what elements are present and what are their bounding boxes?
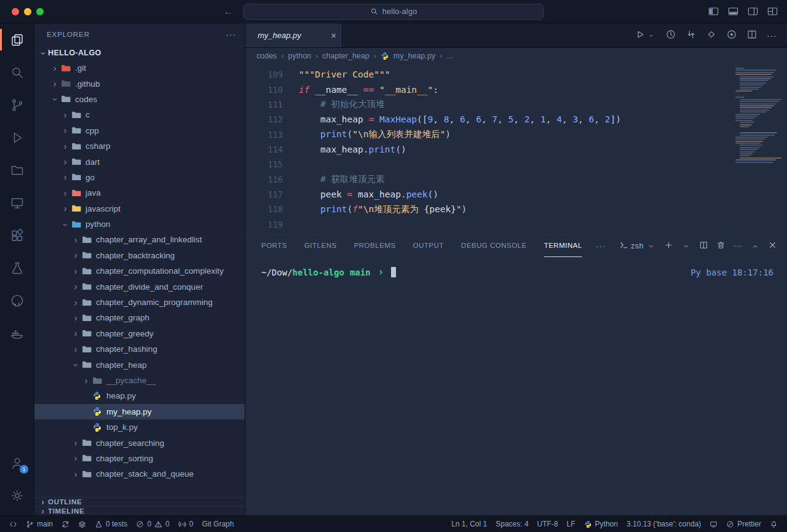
line-number[interactable]: 109 (245, 69, 283, 79)
eol[interactable]: LF (563, 516, 580, 532)
line-number[interactable]: 111 (245, 100, 283, 109)
explorer-more-actions-button[interactable]: ··· (226, 30, 236, 39)
project-root-folder[interactable]: › HELLO-ALGO (34, 45, 245, 60)
toggle-secondary-sidebar-button[interactable] (747, 6, 759, 17)
terminal[interactable]: ~/Dow/hello-algomain› Py base 18:17:16 (245, 257, 787, 515)
tree-item-csharp[interactable]: ›csharp (34, 138, 245, 154)
open-changes-button[interactable] (686, 29, 697, 42)
panel-tab-gitlens[interactable]: GITLENS (304, 234, 337, 257)
minimap[interactable] (734, 68, 780, 164)
activity-settings-button[interactable] (0, 479, 34, 512)
tree-item-.git[interactable]: ›.git (34, 60, 245, 76)
activity-explorer-button[interactable] (0, 23, 34, 56)
tree-item-cpp[interactable]: ›cpp (34, 123, 245, 138)
toggle-panel-button[interactable] (727, 6, 739, 17)
cursor-position[interactable]: Ln 1, Col 1 (447, 516, 491, 532)
activity-extensions-button[interactable] (0, 219, 34, 252)
more-actions-button[interactable]: ··· (767, 31, 777, 41)
editor-tab-my-heap[interactable]: my_heap.py × (245, 23, 342, 47)
code-line-118[interactable]: 118 print(f"\n堆顶元素为 {peek}") (245, 202, 787, 216)
tree-item-.github[interactable]: ›.github (34, 76, 245, 91)
panel-tab-ports[interactable]: PORTS (261, 234, 287, 257)
kill-terminal-button[interactable] (716, 240, 726, 252)
panel-tab-terminal[interactable]: TERMINAL (544, 234, 582, 257)
tree-item-codes[interactable]: ›codes (34, 92, 245, 107)
activity-remote-explorer-button[interactable] (0, 186, 34, 219)
activity-github-button[interactable] (0, 284, 34, 317)
tree-item-heap.py[interactable]: heap.py (34, 388, 245, 403)
navigate-back-button[interactable]: ← (223, 6, 234, 18)
breadcrumb-item[interactable]: my_heap.py (394, 52, 435, 60)
tree-item-chapter_dynamic_programming[interactable]: ›chapter_dynamic_programming (34, 295, 245, 310)
line-number[interactable]: 117 (245, 189, 283, 199)
gitlens-layers[interactable] (74, 516, 90, 532)
code-line-109[interactable]: 109"""Driver Code""" (245, 67, 787, 82)
python-interpreter[interactable]: 3.10.13 ('base': conda) (622, 516, 705, 532)
panel-tab-debug-console[interactable]: DEBUG CONSOLE (461, 234, 527, 257)
tree-item-__pycache__[interactable]: ›__pycache__ (34, 373, 245, 388)
file-history-button[interactable] (665, 29, 676, 42)
minimize-window-button[interactable] (24, 8, 31, 15)
tree-item-python[interactable]: ›python (34, 216, 245, 232)
shell-select-button[interactable]: zsh› (619, 240, 656, 252)
line-number[interactable]: 114 (245, 145, 283, 154)
tree-item-chapter_backtracking[interactable]: ›chapter_backtracking (34, 248, 245, 263)
code-line-114[interactable]: 114 max_heap.print() (245, 142, 787, 157)
tree-item-chapter_array_and_linkedlist[interactable]: ›chapter_array_and_linkedlist (34, 232, 245, 247)
sidebar-section-timeline[interactable]: ›TIMELINE (34, 506, 245, 515)
tree-item-go[interactable]: ›go (34, 170, 245, 185)
breadcrumb-item[interactable]: python (288, 52, 312, 60)
code-line-113[interactable]: 113 print("\n输入列表并建堆后") (245, 127, 787, 141)
tree-item-top_k.py[interactable]: top_k.py (34, 419, 245, 435)
remote-indicator[interactable] (5, 516, 22, 532)
line-number[interactable]: 116 (245, 175, 283, 185)
code-line-115[interactable]: 115 (245, 157, 787, 172)
panel-tab-problems[interactable]: PROBLEMS (354, 234, 396, 257)
tree-item-chapter_heap[interactable]: ›chapter_heap (34, 357, 245, 372)
sidebar-section-outline[interactable]: ›OUTLINE (34, 497, 245, 506)
breadcrumb-item[interactable]: chapter_heap (322, 52, 369, 60)
line-number[interactable]: 113 (245, 130, 283, 140)
tree-item-chapter_divide_and_conquer[interactable]: ›chapter_divide_and_conquer (34, 279, 245, 294)
tree-item-dart[interactable]: ›dart (34, 154, 245, 169)
tree-item-chapter_greedy[interactable]: ›chapter_greedy (34, 326, 245, 341)
indentation[interactable]: Spaces: 4 (491, 516, 532, 532)
tree-item-chapter_searching[interactable]: ›chapter_searching (34, 435, 245, 450)
line-number[interactable]: 119 (245, 220, 283, 229)
tree-item-chapter_graph[interactable]: ›chapter_graph (34, 310, 245, 325)
tree-item-chapter_computational_complexity[interactable]: ›chapter_computational_complexity (34, 263, 245, 279)
run-python-file-button[interactable]: › (635, 29, 656, 42)
breadcrumb-item[interactable]: codes (256, 52, 277, 60)
code-line-119[interactable]: 119 (245, 216, 787, 231)
tree-item-c[interactable]: ›c (34, 107, 245, 122)
code-line-112[interactable]: 112 max_heap = MaxHeap([9, 8, 6, 6, 7, 5… (245, 112, 787, 127)
activity-search-button[interactable] (0, 56, 34, 89)
prettier-status[interactable]: Prettier (722, 516, 765, 532)
split-editor-button[interactable] (746, 29, 757, 42)
gitlens-compare-button[interactable] (706, 29, 717, 42)
panel-more-tabs-button[interactable]: ··· (596, 234, 606, 257)
panel-tab-output[interactable]: OUTPUT (413, 234, 444, 257)
terminal-more-actions-button[interactable]: ··· (734, 242, 742, 250)
git-branch[interactable]: main (22, 516, 57, 532)
screencast[interactable] (705, 516, 722, 532)
line-number[interactable]: 110 (245, 85, 283, 95)
tree-item-chapter_hashing[interactable]: ›chapter_hashing (34, 341, 245, 357)
zoom-window-button[interactable] (36, 8, 44, 15)
code-line-110[interactable]: 110if __name__ == "__main__": (245, 82, 787, 97)
code-line-117[interactable]: 117 peek = max_heap.peek() (245, 187, 787, 202)
encoding[interactable]: UTF-8 (533, 516, 563, 532)
run-interactive-button[interactable] (726, 29, 737, 42)
tree-item-javascript[interactable]: ›javascript (34, 201, 245, 216)
tests-status[interactable]: 0 tests (90, 516, 132, 532)
sync-changes[interactable] (57, 516, 74, 532)
command-center-search[interactable]: hello-algo (243, 4, 544, 20)
language-mode[interactable]: Python (580, 516, 622, 532)
tree-item-chapter_stack_and_queue[interactable]: ›chapter_stack_and_queue (34, 466, 245, 482)
notifications-bell[interactable] (765, 516, 782, 532)
new-terminal-button[interactable] (664, 240, 673, 252)
problems-status[interactable]: 00 (132, 516, 173, 532)
line-number[interactable]: 115 (245, 159, 283, 169)
maximize-panel-button[interactable]: › (750, 242, 760, 250)
activity-folder-button[interactable] (0, 154, 34, 186)
